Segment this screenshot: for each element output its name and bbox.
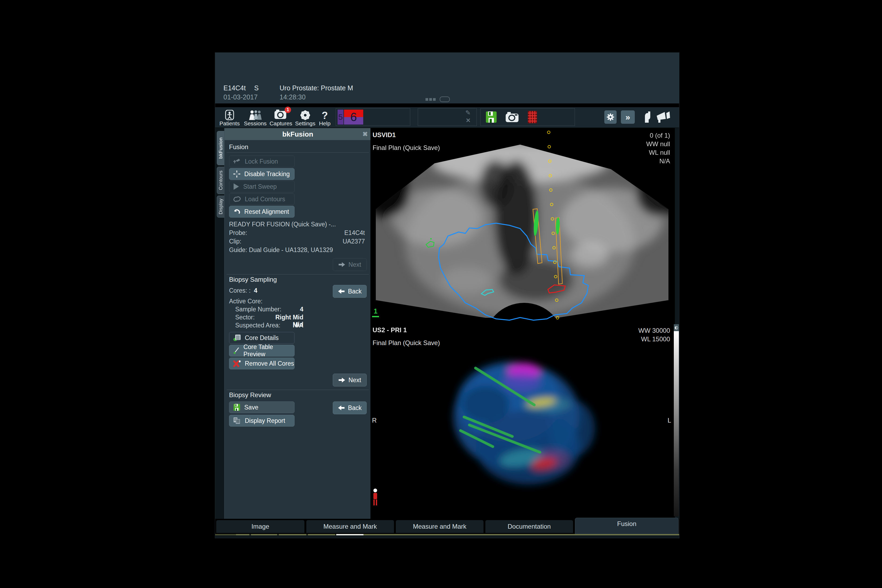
patient-bar: E14C4t S Uro Prostate: Prostate M 01-03-…: [215, 52, 679, 104]
gear-small-icon: [606, 113, 615, 121]
guide-line: Guide: Dual Guide - UA1328, UA1329: [229, 246, 333, 254]
lock-fusion-icon: [233, 158, 241, 165]
save-floppy-icon: [233, 404, 240, 411]
more-tools-button[interactable]: »: [621, 110, 635, 124]
clear-annotation-icon[interactable]: ✕: [466, 117, 471, 124]
us-3d-view[interactable]: US2 - PRI 1 Final Plan (Quick Save) WW 3…: [370, 324, 674, 516]
study-time: 14:28:30: [280, 93, 306, 101]
menu-dots-icon[interactable]: [426, 98, 436, 101]
gear-icon: [300, 110, 310, 120]
captures-badge: 1: [285, 106, 291, 113]
toolbar-settings-button[interactable]: [604, 110, 616, 124]
core-table-preview-button[interactable]: Core Table Preview: [229, 345, 294, 357]
plan-label-top: Final Plan (Quick Save): [373, 144, 440, 152]
pencil-icon[interactable]: ✎: [465, 109, 471, 117]
probe-icon[interactable]: [642, 111, 652, 123]
side-tab-bkfusion[interactable]: bkFusion: [217, 131, 225, 165]
main-toolbar: Patients Sessions 1 Captures: [215, 107, 679, 128]
remove-all-cores-button[interactable]: Remove All Cores: [229, 358, 294, 369]
layout-tile-right[interactable]: 6: [344, 110, 363, 124]
tab-image[interactable]: Image: [216, 520, 304, 533]
cores-label: Cores: :: [229, 287, 251, 294]
orientation-figure-icon: [374, 489, 377, 506]
load-contours-button[interactable]: Load Contours: [229, 193, 294, 205]
grid-capture-icon[interactable]: [528, 111, 537, 123]
suspected-area-value: N/A: [265, 322, 303, 329]
save-clip-icon[interactable]: [485, 111, 497, 123]
app-window: E14C4t S Uro Prostate: Prostate M 01-03-…: [215, 52, 680, 538]
edge-bar-highlight: [336, 534, 363, 536]
sessions-icon: [248, 110, 262, 120]
view-meta-top: 0 (of 1) WW null WL null N/A: [646, 131, 670, 165]
tab-measure-and-mark-2[interactable]: Measure and Mark: [396, 520, 483, 533]
sampling-back-button[interactable]: Back: [333, 285, 367, 298]
side-tab-contours[interactable]: Contours: [217, 167, 225, 194]
screen: E14C4t S Uro Prostate: Prostate M 01-03-…: [0, 0, 882, 588]
window-edge-bar: [215, 534, 679, 536]
needle-icon: [233, 347, 240, 354]
core-details-icon: [233, 334, 241, 342]
us-3d-image: [370, 324, 674, 516]
patient-id: E14C4t: [224, 84, 246, 92]
arrow-left-icon: [338, 405, 345, 411]
plan-label-bottom: Final Plan (Quick Save): [373, 339, 440, 346]
panel-title: bkFusion ✖: [225, 128, 371, 140]
report-pages-icon: [233, 417, 241, 424]
help-button[interactable]: ? Help: [317, 108, 333, 126]
core-details-button[interactable]: Core Details: [229, 332, 294, 344]
view-meta-bottom: WW 30000 WL 15000: [638, 326, 670, 344]
sample-number-value: 4: [265, 306, 303, 313]
orientation-right-label: R: [372, 417, 376, 424]
capture-group-box: [480, 108, 575, 126]
probe-label: Probe:: [229, 230, 247, 237]
bkfusion-panel: bkFusion ✖ Fusion Lock Fusion Disable Tr…: [224, 128, 371, 519]
side-tab-display[interactable]: Display: [217, 196, 225, 218]
reset-alignment-button[interactable]: Reset Alignment: [229, 206, 294, 218]
us-2d-image: [370, 129, 674, 322]
view-name-bottom: US2 - PRI 1: [373, 326, 407, 334]
study-name: Uro Prostate: Prostate M: [280, 84, 353, 92]
tracking-crosshair-icon: [233, 170, 240, 178]
display-report-button[interactable]: Display Report: [229, 415, 294, 427]
probe-value: E14C4t: [313, 230, 365, 237]
disable-tracking-button[interactable]: Disable Tracking: [229, 168, 294, 180]
layout-tile-left[interactable]: 5: [338, 110, 344, 124]
clip-value: UA2377: [313, 238, 365, 245]
header-divider: [215, 104, 679, 107]
sampling-section-header: Biopsy Sampling: [229, 276, 277, 283]
close-icon[interactable]: ✖: [362, 130, 368, 138]
indicator-pill-icon: [440, 96, 450, 102]
contour-icon: [233, 196, 241, 202]
patient-status: S: [254, 84, 259, 92]
windowing-gear-icon[interactable]: [674, 324, 679, 331]
announcement-icon[interactable]: [656, 111, 671, 123]
sessions-button[interactable]: Sessions: [242, 108, 268, 126]
captures-button[interactable]: 1 Captures: [268, 108, 294, 126]
remove-x-icon: [233, 360, 241, 367]
tab-documentation[interactable]: Documentation: [485, 520, 573, 533]
sampling-next-button[interactable]: Next: [333, 374, 367, 387]
tab-fusion[interactable]: Fusion: [575, 518, 679, 534]
lock-fusion-button[interactable]: Lock Fusion: [229, 156, 294, 167]
help-icon: ?: [321, 110, 328, 120]
settings-button[interactable]: Settings: [294, 108, 317, 126]
bottom-tab-bar: Image Measure and Mark Measure and Mark …: [215, 519, 679, 534]
study-date: 01-03-2017: [224, 93, 258, 101]
fusion-next-button[interactable]: Next: [333, 258, 367, 271]
snapshot-camera-icon[interactable]: [505, 111, 520, 123]
start-sweep-button[interactable]: Start Sweep: [229, 181, 294, 192]
us-2d-view[interactable]: USVID1 Final Plan (Quick Save) 0 (of 1) …: [370, 129, 674, 322]
patients-button[interactable]: Patients: [218, 108, 241, 126]
review-back-button[interactable]: Back: [333, 402, 367, 414]
arrow-right-icon: [338, 377, 345, 383]
cores-value: 4: [254, 287, 265, 294]
windowing-slider[interactable]: [674, 324, 679, 516]
arrow-right-icon: [338, 262, 345, 267]
view-name-top: USVID1: [373, 131, 396, 139]
save-button[interactable]: Save: [229, 402, 294, 413]
orientation-left-label: L: [668, 417, 671, 424]
viewport-area: USVID1 Final Plan (Quick Save) 0 (of 1) …: [370, 128, 675, 519]
active-core-label: Active Core:: [229, 298, 262, 305]
windowing-slider-track[interactable]: [674, 331, 679, 516]
tab-measure-and-mark-1[interactable]: Measure and Mark: [306, 520, 394, 533]
